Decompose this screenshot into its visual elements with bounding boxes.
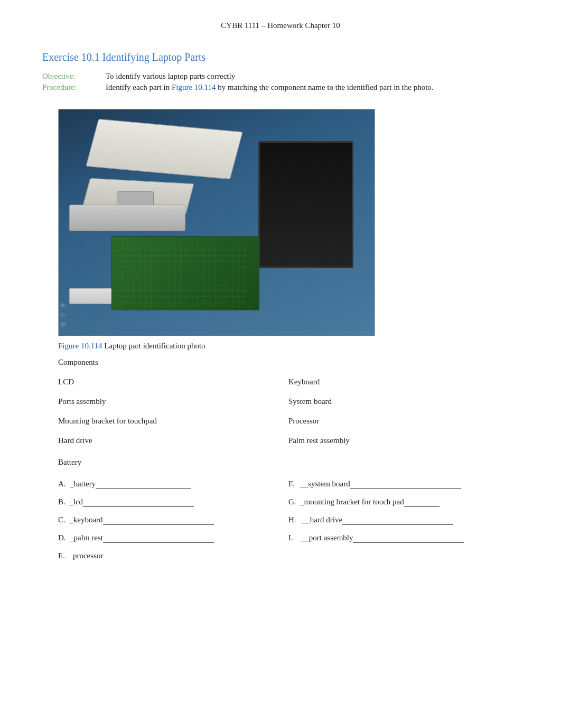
board-detail: [117, 244, 249, 308]
fill-in-section: A. _battery F. __system board B. _lcd G.…: [58, 475, 519, 547]
procedure-before: Identify each part in: [106, 83, 172, 91]
component-sysboard: System board: [288, 392, 519, 411]
fill-e: E. processor: [58, 547, 519, 565]
component-lcd: LCD: [58, 372, 288, 392]
component-harddrive: Hard drive: [58, 431, 288, 450]
component-keyboard: Keyboard: [288, 372, 519, 392]
component-ports: Ports assembly: [58, 392, 288, 411]
page-title: CYBR 1111 – Homework Chapter 10: [221, 21, 340, 30]
meta-table: Objective: To identify various laptop pa…: [42, 71, 434, 93]
component-battery: Battery: [58, 453, 519, 467]
screen-part: [258, 141, 353, 268]
figure-caption-link[interactable]: Figure 10.114: [58, 342, 102, 350]
figure-caption: Figure 10.114 Laptop part identification…: [58, 342, 519, 351]
objective-text: To identify various laptop parts correct…: [106, 71, 434, 82]
keyboard-part: [86, 119, 243, 179]
procedure-label: Procedure:: [42, 82, 106, 93]
fill-c: C. _keyboard: [58, 511, 288, 529]
page-header: CYBR 1111 – Homework Chapter 10: [42, 21, 519, 30]
objective-label: Objective:: [42, 71, 106, 82]
figure-caption-text: Laptop part identification photo: [102, 342, 205, 350]
component-processor: Processor: [288, 411, 519, 431]
component-mounting: Mounting bracket for touchpad: [58, 411, 288, 431]
fill-a: A. _battery: [58, 475, 288, 493]
figure-link-inline[interactable]: Figure 10.114: [172, 83, 216, 91]
components-label: Components: [58, 358, 519, 367]
battery-row: Battery: [58, 453, 519, 467]
fill-h: H. __hard drive: [288, 511, 519, 529]
fill-i: I. __port assembly: [288, 529, 519, 547]
fill-d: D. _palm rest: [58, 529, 288, 547]
components-grid: LCD Keyboard Ports assembly System board…: [58, 372, 519, 450]
procedure-text: Identify each part in Figure 10.114 by m…: [106, 82, 434, 93]
left-label-3: D-: [61, 321, 67, 327]
fill-f: F. __system board: [288, 475, 519, 493]
left-label-2: C-: [61, 311, 67, 318]
fill-b: B. _lcd: [58, 493, 288, 511]
figure-container: B- C- D-: [42, 109, 519, 336]
exercise-title: Exercise 10.1 Identifying Laptop Parts: [42, 51, 519, 63]
procedure-after: by matching the component name to the id…: [216, 83, 434, 91]
battery-part: [69, 205, 185, 231]
figure-image: B- C- D-: [58, 109, 375, 336]
component-palmrest: Palm rest assembly: [288, 431, 519, 450]
fill-in-grid: A. _battery F. __system board B. _lcd G.…: [58, 475, 519, 547]
fill-g: G. _mounting bracket for touch pad: [288, 493, 519, 511]
left-label-1: B-: [61, 302, 67, 308]
